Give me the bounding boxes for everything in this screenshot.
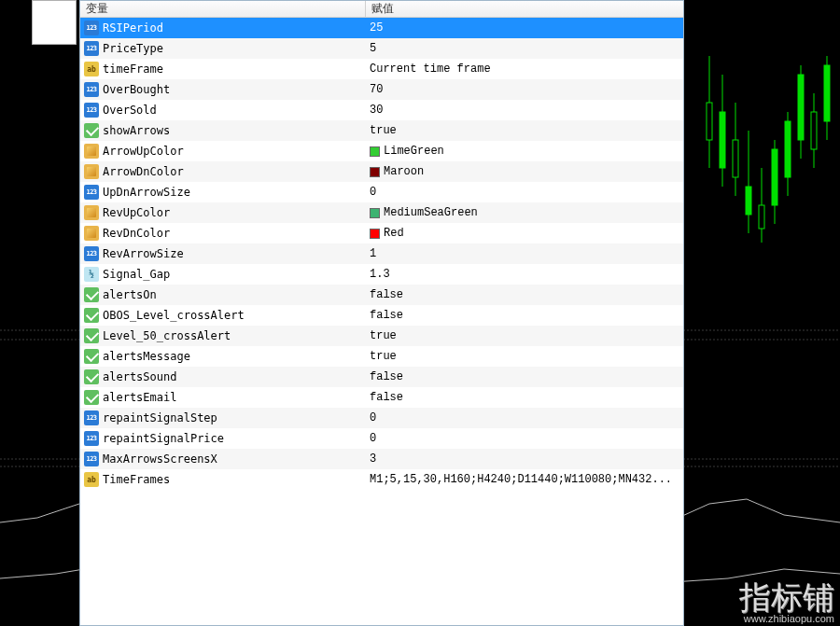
param-value-cell[interactable]: true: [366, 124, 683, 137]
svg-rect-23: [824, 65, 830, 121]
color-type-icon: [84, 144, 99, 159]
param-row-alertsEmail[interactable]: alertsEmailfalse: [80, 387, 683, 408]
color-type-icon: [84, 164, 99, 179]
param-row-alertsSound[interactable]: alertsSoundfalse: [80, 367, 683, 387]
param-value-cell[interactable]: LimeGreen: [366, 145, 683, 158]
watermark-label: 指标铺: [739, 580, 834, 615]
param-name: alertsEmail: [103, 391, 176, 404]
int-type-icon: [84, 41, 99, 56]
param-value: 0: [370, 432, 376, 445]
bool-type-icon: [84, 123, 99, 138]
param-row-alertsOn[interactable]: alertsOnfalse: [80, 285, 683, 305]
param-name-cell: OverSold: [80, 103, 366, 118]
param-value-cell[interactable]: 30: [366, 104, 683, 117]
param-value-cell[interactable]: false: [366, 391, 683, 404]
param-name-cell: MaxArrowsScreensX: [80, 452, 366, 466]
param-value-cell[interactable]: MediumSeaGreen: [366, 206, 683, 219]
left-stub-panel: [32, 0, 77, 45]
param-value: Red: [384, 227, 404, 240]
watermark: 指标铺 www.zhibiaopu.com: [739, 582, 834, 624]
param-value: 3: [370, 452, 376, 466]
param-name-cell: TimeFrames: [80, 472, 366, 487]
bool-type-icon: [84, 349, 99, 364]
param-row-Signal_Gap[interactable]: Signal_Gap1.3: [80, 264, 683, 285]
param-value-cell[interactable]: false: [366, 370, 683, 383]
param-value-cell[interactable]: false: [366, 288, 683, 301]
param-value: 25: [370, 21, 383, 35]
int-type-icon: [84, 452, 99, 466]
param-name-cell: UpDnArrowSize: [80, 185, 366, 200]
param-name: OverBought: [103, 83, 170, 96]
int-type-icon: [84, 21, 99, 35]
int-type-icon: [84, 185, 99, 200]
svg-rect-19: [798, 75, 804, 140]
param-row-OBOS_Level_crossAlert[interactable]: OBOS_Level_crossAlertfalse: [80, 305, 683, 326]
param-row-OverSold[interactable]: OverSold30: [80, 100, 683, 120]
param-value: M1;5,15,30,H160;H4240;D11440;W110080;MN4…: [370, 473, 672, 486]
param-value-cell[interactable]: 3: [366, 452, 683, 466]
param-value-cell[interactable]: Current time frame: [366, 63, 683, 76]
bool-type-icon: [84, 369, 99, 384]
param-value-cell[interactable]: 1.3: [366, 268, 683, 281]
param-row-alertsMessage[interactable]: alertsMessagetrue: [80, 346, 683, 367]
param-name-cell: RevArrowSize: [80, 246, 366, 261]
svg-rect-11: [746, 187, 751, 215]
param-name-cell: alertsOn: [80, 287, 366, 302]
param-row-Level_50_crossAlert[interactable]: Level_50_crossAlerttrue: [80, 326, 683, 346]
param-value-cell[interactable]: false: [366, 309, 683, 322]
param-name-cell: alertsSound: [80, 369, 366, 384]
param-row-RevUpColor[interactable]: RevUpColorMediumSeaGreen: [80, 202, 683, 223]
param-name-cell: alertsMessage: [80, 349, 366, 364]
param-row-PriceType[interactable]: PriceType5: [80, 38, 683, 59]
param-value-cell[interactable]: Maroon: [366, 165, 683, 178]
param-value: 1.3: [370, 268, 390, 281]
param-value-cell[interactable]: true: [366, 350, 683, 363]
param-value-cell[interactable]: 1: [366, 247, 683, 260]
param-row-RevArrowSize[interactable]: RevArrowSize1: [80, 243, 683, 264]
param-row-timeFrame[interactable]: timeFrameCurrent time frame: [80, 59, 683, 79]
param-row-repaintSignalPrice[interactable]: repaintSignalPrice0: [80, 428, 683, 449]
table-header: 变量 赋值: [80, 1, 683, 18]
param-value-cell[interactable]: 25: [366, 21, 683, 35]
param-value-cell[interactable]: M1;5,15,30,H160;H4240;D11440;W110080;MN4…: [366, 473, 683, 486]
param-row-OverBought[interactable]: OverBought70: [80, 79, 683, 100]
color-swatch: [370, 208, 380, 218]
param-value-cell[interactable]: Red: [366, 227, 683, 240]
param-name: Level_50_crossAlert: [103, 329, 231, 342]
param-value-cell[interactable]: 70: [366, 83, 683, 96]
header-variable[interactable]: 变量: [80, 1, 366, 17]
bool-type-icon: [84, 308, 99, 323]
int-type-icon: [84, 82, 99, 97]
param-name: ArrowDnColor: [103, 165, 184, 178]
str-type-icon: [84, 472, 99, 487]
param-row-TimeFrames[interactable]: TimeFramesM1;5,15,30,H160;H4240;D11440;W…: [80, 469, 683, 490]
color-type-icon: [84, 226, 99, 241]
param-value: Maroon: [384, 165, 424, 178]
param-name: RevUpColor: [103, 206, 170, 219]
param-value-cell[interactable]: true: [366, 329, 683, 342]
param-value-cell[interactable]: 0: [366, 432, 683, 445]
param-row-ArrowDnColor[interactable]: ArrowDnColorMaroon: [80, 161, 683, 182]
param-row-RevDnColor[interactable]: RevDnColorRed: [80, 223, 683, 243]
param-value-cell[interactable]: 5: [366, 42, 683, 55]
param-name-cell: Level_50_crossAlert: [80, 328, 366, 343]
bool-type-icon: [84, 390, 99, 405]
str-type-icon: [84, 62, 99, 77]
param-value: 30: [370, 104, 383, 117]
param-row-showArrows[interactable]: showArrowstrue: [80, 120, 683, 141]
param-row-repaintSignalStep[interactable]: repaintSignalStep0: [80, 408, 683, 428]
svg-rect-9: [733, 140, 738, 177]
param-value-cell[interactable]: 0: [366, 186, 683, 199]
param-row-RSIPeriod[interactable]: RSIPeriod25: [80, 18, 683, 38]
param-value: 1: [370, 247, 376, 260]
header-value[interactable]: 赋值: [366, 1, 683, 17]
param-row-UpDnArrowSize[interactable]: UpDnArrowSize0: [80, 182, 683, 202]
param-name: ArrowUpColor: [103, 145, 184, 158]
param-row-MaxArrowsScreensX[interactable]: MaxArrowsScreensX3: [80, 449, 683, 469]
param-row-ArrowUpColor[interactable]: ArrowUpColorLimeGreen: [80, 141, 683, 161]
param-value: false: [370, 370, 403, 383]
param-name: showArrows: [103, 124, 170, 137]
param-value-cell[interactable]: 0: [366, 411, 683, 424]
param-name: alertsMessage: [103, 350, 190, 363]
color-swatch: [370, 167, 380, 177]
